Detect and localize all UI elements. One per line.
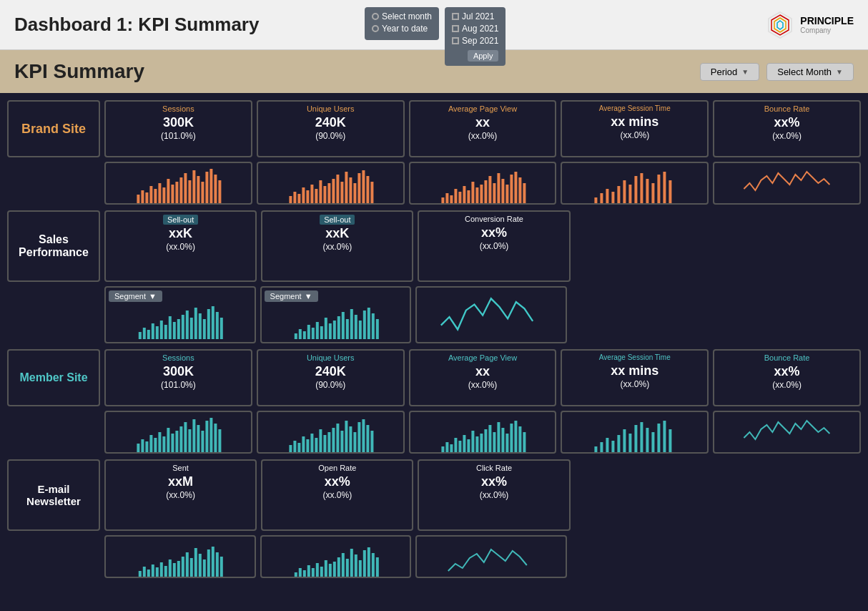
radio-year-to-date[interactable]: Year to date (372, 24, 432, 34)
email-chart-spacer2 (571, 535, 714, 578)
sales-sellout2-svg (265, 303, 408, 339)
logo-text: PRINCIPLE Company (800, 15, 854, 34)
brand-pageview-label: Average Page View (448, 104, 517, 114)
svg-rect-25 (293, 192, 296, 203)
email-spacer2 (720, 459, 861, 531)
svg-rect-161 (454, 438, 457, 452)
brand-site-metrics-row: Brand Site Sessions 300K (101.0%) Unique… (7, 100, 861, 157)
svg-rect-149 (336, 424, 339, 452)
svg-rect-218 (320, 567, 322, 577)
segment-button-2[interactable]: Segment ▼ (265, 290, 318, 302)
svg-rect-208 (207, 549, 210, 577)
brand-sessiontime-chart (561, 162, 709, 205)
svg-rect-164 (467, 439, 470, 452)
email-sent-svg (109, 541, 252, 577)
member-sessions-sub: (101.0%) (161, 380, 196, 390)
member-users-chart (257, 411, 405, 454)
member-sessiontime-chart (561, 411, 709, 454)
svg-rect-18 (197, 176, 199, 203)
email-openrate-cell: Open Rate xx% (xx.0%) (261, 459, 413, 531)
svg-rect-212 (294, 572, 297, 577)
checkbox-aug[interactable] (452, 25, 459, 32)
svg-rect-11 (167, 179, 169, 203)
brand-pageview-cell: Average Page View xx (xx.0%) (409, 100, 557, 157)
email-clickrate-sub: (xx.0%) (480, 490, 509, 500)
svg-rect-113 (358, 321, 361, 339)
brand-sessions-value: 300K (163, 115, 194, 131)
period-dropdown[interactable]: Select month Year to date (365, 7, 439, 40)
segment-button-1[interactable]: Segment ▼ (109, 290, 162, 302)
svg-rect-103 (315, 322, 318, 339)
svg-rect-14 (179, 177, 182, 203)
svg-rect-185 (635, 425, 638, 452)
checkbox-sep[interactable] (452, 37, 459, 44)
apply-button[interactable]: Apply (468, 50, 499, 62)
sales-conversion-svg (420, 292, 563, 342)
svg-rect-20 (205, 172, 208, 203)
email-sent-chart (104, 535, 256, 578)
svg-rect-19 (201, 182, 204, 203)
svg-rect-36 (340, 182, 343, 203)
svg-marker-0 (769, 12, 791, 38)
brand-bouncerate-chart (713, 162, 861, 205)
svg-rect-160 (450, 444, 453, 452)
svg-rect-61 (514, 172, 517, 203)
svg-rect-181 (612, 441, 615, 452)
svg-rect-68 (618, 186, 621, 203)
email-clickrate-svg (420, 541, 563, 577)
checkbox-jul[interactable] (452, 13, 459, 20)
svg-rect-190 (664, 421, 666, 452)
month-option-sep[interactable]: Sep 2021 (452, 36, 498, 46)
brand-bouncerate-cell: Bounce Rate xx% (xx.0%) (713, 100, 861, 157)
email-sent-value: xxM (168, 474, 193, 490)
svg-rect-145 (319, 429, 322, 452)
radio-select-month[interactable]: Select month (372, 11, 432, 21)
brand-sessiontime-label: Average Session Time (599, 104, 671, 113)
svg-rect-5 (141, 190, 144, 203)
member-sessiontime-sub: (xx.0%) (620, 379, 649, 389)
svg-rect-38 (349, 177, 352, 203)
email-metrics-row: E-mailNewsletter Sent xxM (xx.0%) Open R… (7, 459, 861, 531)
brand-sessions-sub: (101.0%) (161, 131, 196, 141)
svg-rect-51 (471, 182, 474, 203)
month-dropdown-popup: Jul 2021 Aug 2021 Sep 2021 Apply (445, 7, 505, 66)
brand-pageview-svg (413, 167, 553, 203)
svg-rect-35 (336, 175, 339, 203)
period-dropdown-arrow: ▼ (741, 68, 749, 76)
svg-rect-28 (306, 190, 309, 203)
svg-rect-128 (179, 426, 182, 452)
svg-rect-57 (497, 173, 500, 203)
svg-rect-34 (332, 179, 335, 203)
brand-users-sub: (90.0%) (315, 131, 345, 141)
svg-rect-135 (209, 418, 212, 452)
svg-rect-112 (354, 315, 357, 339)
member-sessiontime-svg (565, 416, 704, 452)
svg-rect-154 (357, 422, 360, 452)
svg-rect-40 (357, 173, 360, 203)
sales-sellout1-chart: Segment ▼ (104, 286, 256, 343)
svg-rect-94 (207, 309, 210, 339)
period-button[interactable]: Period ▼ (700, 63, 759, 81)
svg-rect-15 (184, 173, 187, 203)
sales-performance-category: SalesPerformance (7, 210, 100, 282)
svg-rect-203 (186, 552, 189, 577)
svg-rect-4 (137, 195, 139, 203)
select-month-button[interactable]: Select Month ▼ (766, 63, 854, 81)
svg-rect-162 (458, 441, 461, 452)
svg-rect-56 (493, 183, 495, 203)
svg-rect-86 (173, 322, 176, 339)
month-option-aug[interactable]: Aug 2021 (452, 24, 498, 34)
svg-rect-92 (199, 313, 202, 339)
email-spacer1 (575, 459, 716, 531)
svg-rect-192 (139, 571, 142, 577)
svg-rect-206 (199, 554, 202, 577)
segment-arrow-1: ▼ (149, 292, 157, 300)
svg-rect-63 (523, 183, 526, 203)
svg-rect-50 (467, 190, 470, 203)
svg-rect-109 (341, 312, 344, 339)
month-option-jul[interactable]: Jul 2021 (452, 11, 498, 21)
kpi-title: KPI Summary (14, 60, 144, 83)
brand-pageview-chart (409, 162, 557, 205)
svg-rect-121 (149, 435, 152, 452)
segment-label-1: Segment (114, 292, 146, 300)
